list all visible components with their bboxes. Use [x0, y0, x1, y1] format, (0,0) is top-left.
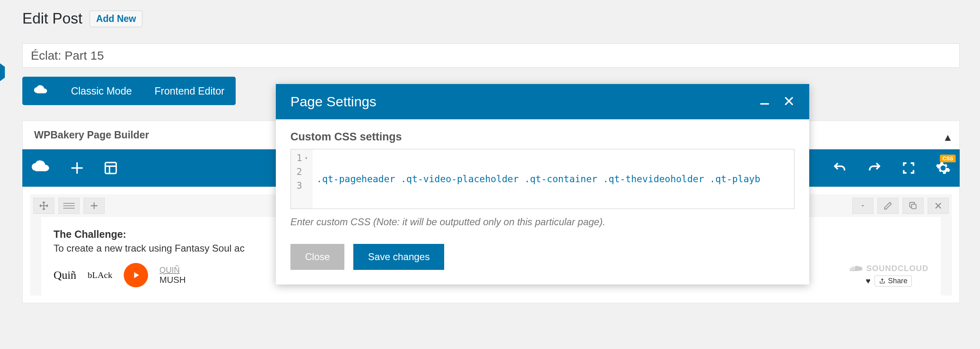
editor-content[interactable]: .qt-pageheader .qt-video-placeholder .qt…: [312, 149, 794, 209]
close-modal-button[interactable]: [783, 95, 795, 108]
share-icon: [879, 278, 885, 284]
classic-mode-button[interactable]: Classic Mode: [60, 77, 143, 105]
collapse-caret-icon: ▲: [943, 131, 953, 143]
add-column-button[interactable]: [84, 198, 105, 214]
page-settings-modal: Page Settings Custom CSS settings 1▾ 2▾ …: [276, 84, 809, 284]
play-icon: [131, 270, 141, 280]
editor-gutter: 1▾ 2▾ 3▾: [291, 149, 312, 209]
page-header: Edit Post Add New: [22, 0, 960, 27]
move-arrows-icon: [39, 201, 49, 211]
soundcloud-logo[interactable]: SOUNDCLOUD: [849, 264, 928, 273]
gear-icon: [935, 160, 951, 176]
close-button[interactable]: Close: [290, 244, 344, 270]
templates-icon[interactable]: [103, 161, 118, 175]
wpbakery-panel-title: WPBakery Page Builder: [34, 129, 149, 140]
artist-script-2: bLAck: [88, 270, 112, 280]
close-icon: [934, 201, 943, 210]
track-title: MUSH: [159, 275, 186, 285]
wpbakery-logo[interactable]: [22, 77, 60, 105]
modal-header[interactable]: Page Settings: [276, 84, 809, 119]
page-settings-gear-button[interactable]: CSS: [935, 160, 951, 176]
track-artist[interactable]: QUIÑ: [159, 265, 186, 275]
minimize-button[interactable]: [759, 95, 770, 108]
play-button[interactable]: [124, 263, 148, 287]
soundcloud-icon: [849, 265, 863, 272]
wpbakery-logo-icon[interactable]: [31, 160, 51, 176]
css-code-editor[interactable]: 1▾ 2▾ 3▾ .qt-pageheader .qt-video-placeh…: [290, 149, 795, 209]
custom-css-label: Custom CSS settings: [290, 131, 795, 143]
edit-row-button[interactable]: [877, 198, 898, 214]
builder-mode-bar: Classic Mode Frontend Editor: [22, 77, 236, 105]
undo-icon[interactable]: [832, 161, 847, 175]
minimize-icon: [759, 95, 770, 107]
svg-rect-1: [911, 204, 916, 209]
wpbakery-icon: [34, 85, 48, 97]
save-changes-button[interactable]: Save changes: [353, 244, 444, 270]
hamburger-icon: [63, 203, 75, 209]
add-element-icon[interactable]: [70, 161, 84, 175]
modal-title: Page Settings: [290, 94, 376, 110]
fullscreen-icon[interactable]: [902, 162, 915, 174]
share-button[interactable]: Share: [875, 276, 912, 287]
pencil-icon: [883, 201, 892, 210]
css-badge: CSS: [940, 155, 956, 162]
copy-icon: [909, 201, 918, 210]
css-help-note: Enter custom CSS (Note: it will be outpu…: [290, 216, 795, 228]
artist-script-1: Quiñ: [54, 269, 76, 282]
page-title: Edit Post: [22, 10, 82, 27]
redo-icon[interactable]: [867, 161, 882, 175]
frontend-editor-button[interactable]: Frontend Editor: [143, 77, 236, 105]
row-layout-button[interactable]: [58, 198, 80, 214]
add-new-button[interactable]: Add New: [90, 11, 142, 27]
post-title-input[interactable]: [22, 43, 960, 68]
chevron-down-icon: [860, 203, 866, 209]
row-dropdown-button[interactable]: [852, 198, 873, 214]
fold-marker-icon: ▾: [305, 155, 308, 161]
like-button[interactable]: ♥: [866, 276, 870, 286]
clone-row-button[interactable]: [903, 198, 924, 214]
move-row-button[interactable]: [33, 198, 54, 214]
delete-row-button[interactable]: [928, 198, 949, 214]
close-icon: [783, 95, 795, 107]
plus-icon: [90, 201, 99, 210]
svg-rect-0: [105, 163, 116, 174]
